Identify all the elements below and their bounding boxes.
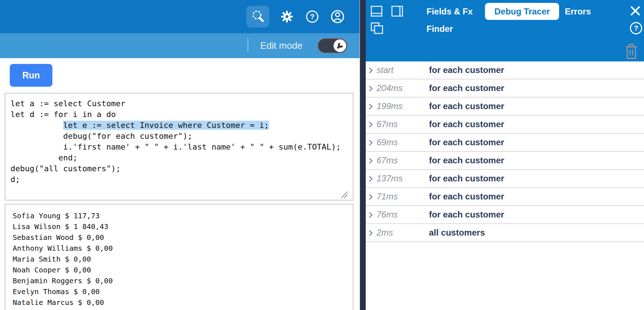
top-toolbar: ?	[0, 0, 360, 33]
trace-message: for each customer	[429, 155, 644, 165]
wrench-icon	[336, 42, 344, 49]
output-line: Benjamin Roggers $ 0,00	[13, 275, 353, 286]
trace-row[interactable]: 204ms for each customer	[366, 79, 644, 98]
output-line: Sofia Young $ 117,73	[13, 210, 353, 221]
chevron-right-icon[interactable]	[369, 176, 373, 182]
trace-row[interactable]: 199ms for each customer	[366, 98, 644, 116]
trace-message: for each customer	[429, 173, 644, 184]
close-icon[interactable]	[630, 6, 640, 16]
code-line: let d := for i in a do	[10, 109, 353, 120]
tab-finder[interactable]: Finder	[426, 24, 453, 34]
chevron-right-icon[interactable]	[369, 103, 373, 110]
panel-help-icon[interactable]: ?	[630, 22, 642, 34]
trace-row[interactable]: 76ms for each customer	[366, 206, 644, 224]
search-button[interactable]	[246, 6, 269, 27]
output-line: Natalie Marcus $ 0,00	[13, 297, 353, 308]
editor-panel: ? Edit mode	[0, 0, 360, 310]
code-line: end;	[10, 152, 353, 163]
help-button[interactable]: ?	[305, 9, 320, 24]
search-icon	[251, 9, 265, 24]
trace-row[interactable]: 67ms for each customer	[366, 152, 644, 170]
trace-message: for each customer	[429, 65, 644, 75]
trace-duration: 2ms	[377, 228, 429, 238]
code-line: d;	[10, 174, 353, 185]
trace-row[interactable]: 67ms for each customer	[366, 116, 644, 134]
trace-row[interactable]: start for each customer	[366, 61, 644, 79]
output-line: Maria Smith $ 0,00	[13, 254, 353, 264]
trace-duration: 76ms	[377, 210, 429, 220]
split-horizontal-icon[interactable]	[371, 6, 382, 17]
output-line: Noah Cooper $ 0,00	[13, 264, 353, 275]
chevron-right-icon[interactable]	[369, 230, 373, 236]
code-line: let e := select Invoice where Customer =…	[10, 120, 353, 131]
chevron-right-icon[interactable]	[369, 158, 373, 164]
trace-duration: 67ms	[377, 119, 429, 129]
chevron-right-icon[interactable]	[369, 85, 373, 92]
trash-icon[interactable]	[625, 43, 637, 59]
trace-row[interactable]: 69ms for each customer	[366, 134, 644, 152]
trace-duration: 71ms	[377, 191, 429, 202]
duplicate-icon[interactable]	[371, 22, 383, 34]
toolbar-icon-group: ?	[246, 0, 345, 33]
trace-message: for each customer	[429, 119, 644, 129]
edit-mode-label: Edit mode	[260, 33, 302, 58]
debug-panel: Fields & Fx Debug Tracer Errors Finder ?	[366, 0, 644, 310]
trace-message: for each customer	[429, 101, 644, 111]
trace-message: for each customer	[429, 83, 644, 93]
edit-mode-toggle[interactable]	[317, 38, 348, 53]
code-line: let a := select Customer	[10, 98, 353, 109]
debug-panel-header: Fields & Fx Debug Tracer Errors Finder ?	[366, 0, 644, 61]
chevron-right-icon[interactable]	[369, 121, 373, 128]
tab-debug-tracer[interactable]: Debug Tracer	[485, 3, 559, 20]
chevron-right-icon[interactable]	[369, 194, 373, 200]
trace-duration: 69ms	[377, 137, 429, 147]
code-line: debug("for each customer");	[10, 131, 353, 142]
trace-message: for each customer	[429, 191, 644, 202]
edit-mode-bar: Edit mode	[0, 33, 360, 58]
trace-row[interactable]: 71ms for each customer	[366, 188, 644, 206]
trace-duration: start	[377, 65, 429, 75]
panel-divider	[360, 0, 366, 310]
trace-message: all customers	[429, 228, 644, 238]
resize-handle[interactable]	[341, 191, 348, 198]
toggle-knob	[334, 39, 346, 52]
trace-row[interactable]: 2ms all customers	[366, 224, 644, 242]
chevron-right-icon[interactable]	[369, 67, 373, 74]
output-line: Sebastian Wood $ 0,00	[13, 232, 353, 243]
gear-icon	[280, 9, 294, 24]
app-screen: ? Edit mode	[0, 0, 644, 310]
trace-message: for each customer	[429, 137, 644, 147]
subbar-divider	[248, 38, 248, 52]
trace-duration: 67ms	[377, 155, 429, 165]
run-button[interactable]: Run	[10, 64, 52, 87]
trace-duration: 199ms	[377, 101, 429, 111]
output-line: Anthony Williams $ 0,00	[13, 243, 353, 254]
chevron-right-icon[interactable]	[369, 139, 373, 146]
tab-fields-fx[interactable]: Fields & Fx	[426, 7, 473, 17]
trace-duration: 137ms	[377, 173, 429, 184]
code-line: i.'first name' + " " + i.'last name' + "…	[10, 142, 353, 152]
trace-duration: 204ms	[377, 83, 429, 93]
split-vertical-icon[interactable]	[391, 6, 403, 17]
settings-button[interactable]	[279, 9, 295, 24]
output-area[interactable]: Sofia Young $ 117,73 Lisa Wilson $ 1 840…	[5, 204, 353, 310]
help-icon: ?	[306, 10, 318, 23]
tab-errors[interactable]: Errors	[565, 7, 591, 17]
code-editor[interactable]: let a := select Customer let d := for i …	[5, 93, 353, 201]
account-button[interactable]	[330, 9, 345, 24]
output-line: Evelyn Thomas $ 0,00	[13, 286, 353, 297]
chevron-right-icon[interactable]	[369, 212, 373, 218]
output-line: Lisa Wilson $ 1 840,43	[13, 221, 353, 232]
trace-row[interactable]: 137ms for each customer	[366, 170, 644, 188]
trace-list: start for each customer 204ms for each c…	[366, 61, 644, 242]
account-icon	[330, 9, 345, 24]
code-line: debug("all customers");	[10, 163, 353, 174]
trace-message: for each customer	[429, 210, 644, 220]
